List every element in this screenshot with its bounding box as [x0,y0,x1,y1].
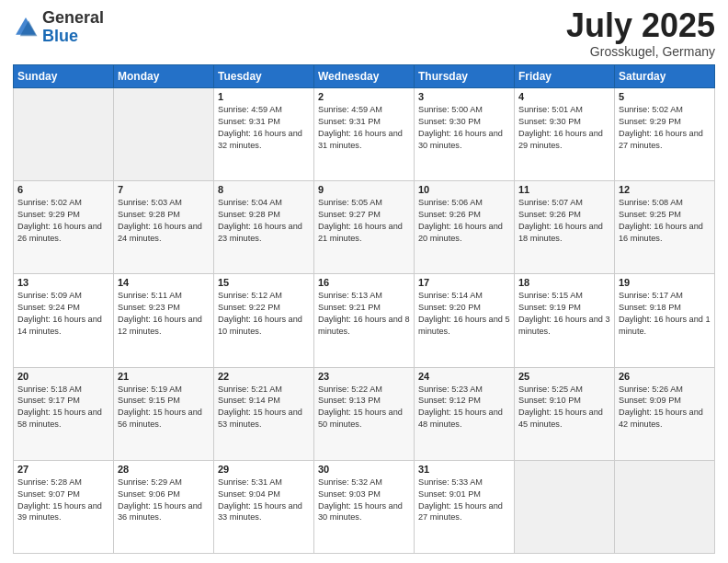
logo: General Blue [13,9,104,46]
day-info: Sunrise: 5:14 AM Sunset: 9:20 PM Dayligh… [418,290,510,338]
day-cell: 9Sunrise: 5:05 AM Sunset: 9:27 PM Daylig… [314,181,415,274]
day-number: 16 [318,277,410,288]
day-number: 25 [518,371,610,382]
day-info: Sunrise: 5:12 AM Sunset: 9:22 PM Dayligh… [218,290,310,338]
day-cell [114,88,214,181]
day-number: 13 [17,277,109,288]
day-info: Sunrise: 5:15 AM Sunset: 9:19 PM Dayligh… [518,290,610,338]
day-number: 11 [518,184,610,195]
day-header-friday: Friday [515,65,615,88]
day-info: Sunrise: 5:03 AM Sunset: 9:28 PM Dayligh… [118,197,210,245]
day-number: 17 [418,277,510,288]
day-info: Sunrise: 5:18 AM Sunset: 9:17 PM Dayligh… [17,384,109,431]
day-info: Sunrise: 5:02 AM Sunset: 9:29 PM Dayligh… [619,104,711,152]
month-year: July 2025 [566,9,715,42]
day-info: Sunrise: 4:59 AM Sunset: 9:31 PM Dayligh… [318,104,410,152]
day-info: Sunrise: 5:33 AM Sunset: 9:01 PM Dayligh… [418,477,510,524]
week-row-2: 6Sunrise: 5:02 AM Sunset: 9:29 PM Daylig… [14,181,715,274]
day-number: 19 [619,277,711,288]
day-cell: 17Sunrise: 5:14 AM Sunset: 9:20 PM Dayli… [415,274,515,367]
day-info: Sunrise: 5:13 AM Sunset: 9:21 PM Dayligh… [318,290,410,338]
day-cell: 20Sunrise: 5:18 AM Sunset: 9:17 PM Dayli… [14,367,114,460]
day-info: Sunrise: 5:22 AM Sunset: 9:13 PM Dayligh… [318,384,410,431]
day-cell: 8Sunrise: 5:04 AM Sunset: 9:28 PM Daylig… [214,181,314,274]
day-header-sunday: Sunday [14,65,114,88]
day-cell: 6Sunrise: 5:02 AM Sunset: 9:29 PM Daylig… [14,181,114,274]
day-header-tuesday: Tuesday [214,65,314,88]
day-info: Sunrise: 5:26 AM Sunset: 9:09 PM Dayligh… [619,384,711,431]
logo-icon [13,15,39,40]
day-info: Sunrise: 5:08 AM Sunset: 9:25 PM Dayligh… [619,197,711,245]
day-number: 29 [218,464,310,475]
day-cell: 7Sunrise: 5:03 AM Sunset: 9:28 PM Daylig… [114,181,214,274]
day-info: Sunrise: 5:17 AM Sunset: 9:18 PM Dayligh… [619,290,711,338]
week-row-5: 27Sunrise: 5:28 AM Sunset: 9:07 PM Dayli… [14,460,715,553]
day-info: Sunrise: 5:02 AM Sunset: 9:29 PM Dayligh… [17,197,109,245]
day-number: 20 [17,371,109,382]
day-number: 22 [218,371,310,382]
day-cell: 10Sunrise: 5:06 AM Sunset: 9:26 PM Dayli… [415,181,515,274]
day-number: 7 [118,184,210,195]
calendar-table: SundayMondayTuesdayWednesdayThursdayFrid… [13,64,715,554]
day-info: Sunrise: 5:04 AM Sunset: 9:28 PM Dayligh… [218,197,310,245]
day-cell: 16Sunrise: 5:13 AM Sunset: 9:21 PM Dayli… [314,274,415,367]
day-header-wednesday: Wednesday [314,65,415,88]
title-block: July 2025 Grosskugel, Germany [566,9,715,59]
header: General Blue July 2025 Grosskugel, Germa… [13,9,715,59]
calendar-header-row: SundayMondayTuesdayWednesdayThursdayFrid… [14,65,715,88]
day-cell: 29Sunrise: 5:31 AM Sunset: 9:04 PM Dayli… [214,460,314,553]
day-number: 24 [418,371,510,382]
day-info: Sunrise: 5:23 AM Sunset: 9:12 PM Dayligh… [418,384,510,431]
day-number: 14 [118,277,210,288]
day-cell: 12Sunrise: 5:08 AM Sunset: 9:25 PM Dayli… [615,181,715,274]
day-cell: 4Sunrise: 5:01 AM Sunset: 9:30 PM Daylig… [515,88,615,181]
day-number: 15 [218,277,310,288]
day-number: 1 [218,91,310,102]
day-cell [615,460,715,553]
day-number: 31 [418,464,510,475]
day-cell: 18Sunrise: 5:15 AM Sunset: 9:19 PM Dayli… [515,274,615,367]
day-info: Sunrise: 5:21 AM Sunset: 9:14 PM Dayligh… [218,384,310,431]
day-number: 18 [518,277,610,288]
day-info: Sunrise: 4:59 AM Sunset: 9:31 PM Dayligh… [218,104,310,152]
day-info: Sunrise: 5:31 AM Sunset: 9:04 PM Dayligh… [218,477,310,524]
day-number: 21 [118,371,210,382]
day-number: 28 [118,464,210,475]
day-number: 26 [619,371,711,382]
day-info: Sunrise: 5:19 AM Sunset: 9:15 PM Dayligh… [118,384,210,431]
day-cell: 30Sunrise: 5:32 AM Sunset: 9:03 PM Dayli… [314,460,415,553]
day-info: Sunrise: 5:32 AM Sunset: 9:03 PM Dayligh… [318,477,410,524]
page: General Blue July 2025 Grosskugel, Germa… [0,0,728,563]
week-row-3: 13Sunrise: 5:09 AM Sunset: 9:24 PM Dayli… [14,274,715,367]
day-info: Sunrise: 5:28 AM Sunset: 9:07 PM Dayligh… [17,477,109,524]
day-cell: 1Sunrise: 4:59 AM Sunset: 9:31 PM Daylig… [214,88,314,181]
day-info: Sunrise: 5:09 AM Sunset: 9:24 PM Dayligh… [17,290,109,338]
day-cell: 21Sunrise: 5:19 AM Sunset: 9:15 PM Dayli… [114,367,214,460]
week-row-4: 20Sunrise: 5:18 AM Sunset: 9:17 PM Dayli… [14,367,715,460]
day-number: 23 [318,371,410,382]
day-number: 6 [17,184,109,195]
day-cell: 11Sunrise: 5:07 AM Sunset: 9:26 PM Dayli… [515,181,615,274]
day-number: 10 [418,184,510,195]
day-info: Sunrise: 5:11 AM Sunset: 9:23 PM Dayligh… [118,290,210,338]
day-header-thursday: Thursday [415,65,515,88]
day-cell: 14Sunrise: 5:11 AM Sunset: 9:23 PM Dayli… [114,274,214,367]
day-info: Sunrise: 5:05 AM Sunset: 9:27 PM Dayligh… [318,197,410,245]
day-number: 4 [518,91,610,102]
day-cell: 3Sunrise: 5:00 AM Sunset: 9:30 PM Daylig… [415,88,515,181]
day-cell [14,88,114,181]
day-cell: 23Sunrise: 5:22 AM Sunset: 9:13 PM Dayli… [314,367,415,460]
day-info: Sunrise: 5:00 AM Sunset: 9:30 PM Dayligh… [418,104,510,152]
day-cell: 2Sunrise: 4:59 AM Sunset: 9:31 PM Daylig… [314,88,415,181]
day-number: 30 [318,464,410,475]
day-cell: 13Sunrise: 5:09 AM Sunset: 9:24 PM Dayli… [14,274,114,367]
day-header-monday: Monday [114,65,214,88]
logo-blue-text: Blue [42,27,78,45]
week-row-1: 1Sunrise: 4:59 AM Sunset: 9:31 PM Daylig… [14,88,715,181]
day-cell: 19Sunrise: 5:17 AM Sunset: 9:18 PM Dayli… [615,274,715,367]
day-info: Sunrise: 5:29 AM Sunset: 9:06 PM Dayligh… [118,477,210,524]
day-info: Sunrise: 5:01 AM Sunset: 9:30 PM Dayligh… [518,104,610,152]
day-cell: 28Sunrise: 5:29 AM Sunset: 9:06 PM Dayli… [114,460,214,553]
day-cell: 22Sunrise: 5:21 AM Sunset: 9:14 PM Dayli… [214,367,314,460]
day-info: Sunrise: 5:07 AM Sunset: 9:26 PM Dayligh… [518,197,610,245]
